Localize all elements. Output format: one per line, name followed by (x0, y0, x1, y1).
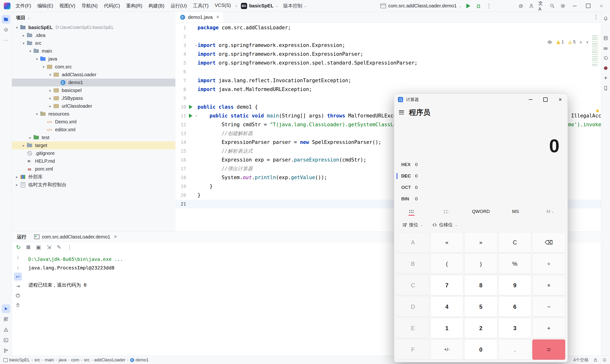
tree-item-basicspel[interactable]: ▸basicspel (12, 87, 175, 94)
search-icon[interactable] (549, 2, 556, 10)
tree-item-addClassLoader[interactable]: ▾addClassLoader (12, 71, 175, 78)
fold-icon[interactable]: ▾ (195, 112, 197, 120)
services-toolwindow-icon[interactable] (2, 315, 10, 324)
calc-key-B[interactable]: B (397, 254, 429, 274)
breadcrumb-com[interactable]: com (71, 358, 79, 363)
tree-item-resources[interactable]: ▾resources (12, 110, 175, 118)
chevron-down-icon[interactable]: ▾ (34, 57, 40, 61)
clear-console-icon[interactable] (14, 301, 22, 309)
radix-row-bin[interactable]: BIN0 (394, 193, 568, 205)
calc-key-r0c2[interactable]: » (464, 232, 497, 252)
code-line-5[interactable]: 5import org.springframework.expression.s… (176, 59, 601, 67)
profiler-toolwindow-icon[interactable] (602, 65, 609, 72)
calc-key-C[interactable]: C (397, 275, 429, 295)
more-toolwindows-icon[interactable]: ⋯ (2, 36, 10, 45)
scroll-to-end-icon[interactable]: ⇥ (14, 282, 22, 290)
menu-more-chevron-icon[interactable]: › (234, 3, 238, 9)
tree-item-target[interactable]: ▸target (12, 142, 175, 149)
breadcrumb-src[interactable]: src (84, 358, 90, 363)
chevron-down-icon[interactable]: ▾ (21, 41, 26, 46)
prev-problem-chevron-icon[interactable]: ∧ (580, 38, 582, 46)
editor-tab-demo1[interactable]: demo1.java ✕ (176, 12, 224, 23)
calc-key-D[interactable]: D (397, 297, 429, 317)
notifications-bell-icon[interactable] (602, 15, 609, 22)
rerun-icon[interactable]: ↻ (16, 244, 21, 251)
highlight-level-eye-icon[interactable] (547, 39, 552, 45)
tree-item-test[interactable]: ▸test (12, 134, 175, 142)
import-test-results-icon[interactable]: ⇲ (47, 244, 51, 250)
maven-toolwindow-icon[interactable]: m (602, 45, 609, 52)
chevron-down-icon[interactable]: ▾ (34, 112, 40, 116)
commit-toolwindow-icon[interactable] (2, 26, 10, 34)
soft-wrap-icon[interactable]: ↩ (14, 273, 22, 281)
run-tab[interactable]: com.src.addClassLoader.demo1 ✕ (32, 232, 120, 242)
calc-key-r0c4[interactable]: ⌫ (532, 232, 565, 252)
breadcrumb-addClassLoader[interactable]: addClassLoader (94, 358, 125, 363)
breadcrumb-basicSpEL[interactable]: basicSpEL (3, 358, 30, 363)
hamburger-menu-icon[interactable] (399, 111, 404, 114)
chevron-right-icon[interactable]: ▸ (14, 175, 20, 179)
fold-icon[interactable]: ▾ (195, 41, 197, 50)
calc-key-1[interactable]: 1 (430, 318, 464, 338)
chevron-right-icon[interactable]: ▸ (14, 183, 20, 187)
project-widget[interactable]: BS basicSpEL ⌄ (238, 2, 281, 10)
code-line-8[interactable]: 8import java.net.MalformedURLException; (176, 85, 601, 94)
breadcrumb-java[interactable]: java (59, 358, 66, 363)
radix-row-oct[interactable]: OCT0 (394, 182, 568, 193)
tree-item-demo1[interactable]: demo1 (12, 78, 175, 87)
vcs-widget[interactable]: 版本控制 ⌄ (281, 2, 309, 10)
chevron-right-icon[interactable]: ▸ (47, 88, 53, 93)
stop-icon[interactable] (26, 245, 30, 249)
chevron-down-icon[interactable]: ▾ (41, 65, 46, 69)
tree-item-editor.xml[interactable]: editor.xml (12, 126, 175, 134)
chevron-right-icon[interactable]: ▸ (47, 96, 53, 101)
tree-item-pom.xml[interactable]: pom.xml (12, 165, 175, 173)
run-button[interactable] (466, 4, 470, 8)
chevron-right-icon[interactable]: ▸ (21, 143, 26, 148)
calc-key-7[interactable]: 7 (430, 275, 464, 295)
calc-key-6[interactable]: 6 (498, 297, 531, 317)
code-line-7[interactable]: 7import java.lang.reflect.InvocationTarg… (176, 76, 601, 85)
tab-options-icon[interactable]: ⋮ (593, 13, 599, 20)
calc-close-button[interactable]: × (553, 94, 568, 105)
tree-item-外部库[interactable]: ▸外部库 (12, 173, 175, 181)
settings-gear-icon[interactable] (559, 2, 566, 10)
calc-key-r0c1[interactable]: « (430, 232, 464, 252)
calc-minimize-button[interactable] (523, 94, 538, 105)
status-notification-icon[interactable] (602, 358, 607, 362)
code-with-me-icon[interactable]: @ (517, 2, 524, 10)
calc-key-r4c4[interactable]: + (532, 318, 565, 338)
calc-key-9[interactable]: 9 (498, 275, 531, 295)
tree-item-urlClassloader[interactable]: ▸urlClassloader (12, 102, 175, 110)
code-line-6[interactable]: 6 (176, 67, 601, 76)
chevron-down-icon[interactable]: ▾ (27, 49, 33, 53)
tree-item-JSBypass[interactable]: ▸JSBypass (12, 94, 175, 102)
ai-assistant-toolwindow-icon[interactable] (602, 75, 609, 82)
code-line-3[interactable]: 3▾import org.springframework.expression.… (176, 41, 601, 50)
translate-icon[interactable]: 文A (538, 2, 545, 10)
calc-key-r5c3[interactable]: . (498, 339, 531, 360)
calculator-titlebar[interactable]: 计算器 × (394, 94, 568, 105)
run-toolwindow-icon[interactable] (2, 304, 10, 313)
calc-key-5[interactable]: 5 (464, 297, 497, 317)
inspections-widget[interactable]: 1 5 ∧ ∨ (546, 37, 590, 47)
full-keypad-icon[interactable] (409, 210, 414, 213)
calc-key-E[interactable]: E (397, 318, 429, 338)
tree-item-src[interactable]: ▾src (12, 39, 175, 47)
calc-key-F[interactable]: F (397, 339, 429, 360)
more-actions-button[interactable]: ⋮ (485, 2, 493, 10)
menu-item-构建(B)[interactable]: 构建(B) (145, 1, 168, 10)
terminal-toolwindow-icon[interactable] (2, 336, 10, 344)
tree-item-com.src[interactable]: ▾com.src (12, 63, 175, 71)
database-toolwindow-icon[interactable] (602, 35, 609, 42)
run-configuration-widget[interactable]: com.src.addClassLoader.demo1 ⌄ (378, 2, 464, 10)
next-problem-chevron-icon[interactable]: ∨ (586, 38, 589, 46)
menu-item-工具(T)[interactable]: 工具(T) (190, 1, 212, 10)
tree-item-basicSpEL[interactable]: ▾basicSpELD:\JavaCode\SpEL\basicSpEL (12, 24, 175, 31)
device-manager-toolwindow-icon[interactable] (602, 85, 609, 92)
calc-key-r1c4[interactable]: ÷ (532, 254, 565, 274)
edit-configuration-icon[interactable]: ✎ (57, 244, 61, 250)
tree-item-main[interactable]: ▾main (12, 47, 175, 55)
warnings-badge[interactable]: 1 (556, 38, 564, 46)
tree-item-HELP.md[interactable]: HELP.md (12, 157, 175, 165)
